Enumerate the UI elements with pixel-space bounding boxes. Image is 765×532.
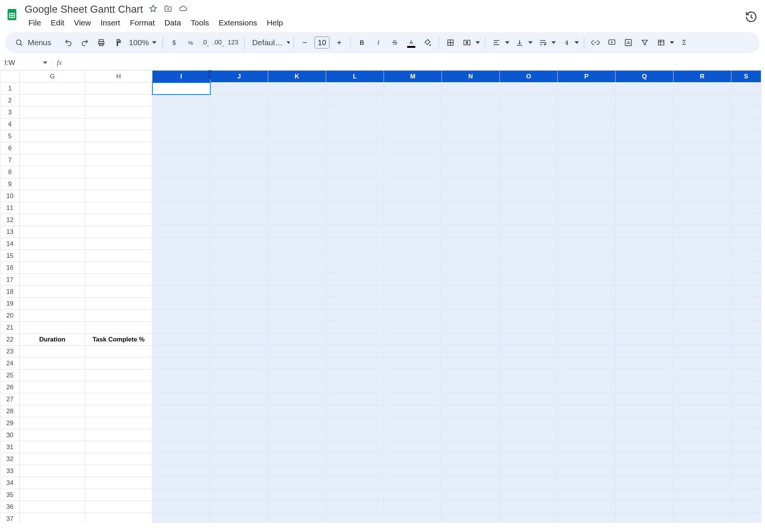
cell-P8[interactable] [558, 166, 616, 178]
cell-R36[interactable] [673, 501, 731, 513]
cell-G31[interactable] [20, 441, 85, 453]
move-icon[interactable] [164, 4, 172, 14]
cell-P26[interactable] [558, 381, 616, 393]
cell-N17[interactable] [442, 274, 500, 286]
cell-Q25[interactable] [616, 369, 673, 381]
row-header-33[interactable]: 33 [0, 465, 20, 477]
cell-S16[interactable] [731, 262, 761, 274]
cell-O30[interactable] [500, 429, 558, 441]
format-percent-button[interactable]: % [183, 35, 198, 50]
cell-M36[interactable] [384, 501, 442, 513]
horizontal-align-dropdown[interactable] [504, 35, 511, 50]
cell-M19[interactable] [384, 298, 442, 310]
row-header-2[interactable]: 2 [0, 95, 20, 106]
cell-R21[interactable] [673, 322, 731, 334]
cell-J7[interactable] [210, 154, 268, 166]
cell-I1[interactable] [152, 83, 210, 95]
cell-G32[interactable] [20, 453, 85, 465]
cell-P35[interactable] [558, 489, 616, 501]
cell-N36[interactable] [442, 501, 500, 513]
cell-I23[interactable] [152, 346, 210, 358]
cell-K34[interactable] [268, 477, 326, 489]
cell-K7[interactable] [268, 154, 326, 166]
cell-R30[interactable] [673, 429, 731, 441]
cell-S12[interactable] [731, 214, 761, 226]
cell-Q26[interactable] [616, 381, 673, 393]
borders-button[interactable] [443, 35, 458, 50]
text-rotation-dropdown[interactable] [573, 35, 580, 50]
cell-Q35[interactable] [616, 489, 673, 501]
cell-K3[interactable] [268, 106, 326, 118]
cell-J31[interactable] [210, 441, 268, 453]
column-header-L[interactable]: L [326, 71, 384, 83]
cell-R3[interactable] [673, 106, 731, 118]
cell-J24[interactable] [210, 358, 268, 369]
name-box[interactable]: I:W [0, 59, 52, 67]
cell-L19[interactable] [326, 298, 384, 310]
cell-O25[interactable] [500, 369, 558, 381]
cell-S11[interactable] [731, 202, 761, 214]
cell-N32[interactable] [442, 453, 500, 465]
cell-G35[interactable] [20, 489, 85, 501]
cell-G8[interactable] [20, 166, 85, 178]
cell-O37[interactable] [500, 513, 558, 523]
merge-cells-dropdown[interactable] [474, 35, 481, 50]
cell-H19[interactable] [85, 298, 152, 310]
cell-O8[interactable] [500, 166, 558, 178]
cell-R37[interactable] [673, 513, 731, 523]
cell-M26[interactable] [384, 381, 442, 393]
cell-M22[interactable] [384, 334, 442, 346]
cell-I8[interactable] [152, 166, 210, 178]
cell-I6[interactable] [152, 142, 210, 154]
cell-O3[interactable] [500, 106, 558, 118]
cell-G5[interactable] [20, 130, 85, 142]
cell-K32[interactable] [268, 453, 326, 465]
star-icon[interactable] [149, 4, 157, 14]
cell-O34[interactable] [500, 477, 558, 489]
row-header-17[interactable]: 17 [0, 274, 20, 286]
cell-G36[interactable] [20, 501, 85, 513]
row-header-35[interactable]: 35 [0, 489, 20, 501]
cell-G20[interactable] [20, 310, 85, 322]
cell-H12[interactable] [85, 214, 152, 226]
cell-S27[interactable] [731, 393, 761, 405]
cell-K26[interactable] [268, 381, 326, 393]
cell-R4[interactable] [673, 118, 731, 130]
column-header-P[interactable]: P [558, 71, 616, 83]
row-header-14[interactable]: 14 [0, 238, 20, 250]
row-header-26[interactable]: 26 [0, 381, 20, 393]
cell-L4[interactable] [326, 118, 384, 130]
cell-G12[interactable] [20, 214, 85, 226]
cell-G16[interactable] [20, 262, 85, 274]
cell-K2[interactable] [268, 95, 326, 106]
cell-S18[interactable] [731, 286, 761, 298]
row-header-11[interactable]: 11 [0, 202, 20, 214]
menu-file[interactable]: File [24, 17, 46, 29]
cell-S33[interactable] [731, 465, 761, 477]
cell-G6[interactable] [20, 142, 85, 154]
cell-I7[interactable] [152, 154, 210, 166]
cell-I18[interactable] [152, 286, 210, 298]
cell-K18[interactable] [268, 286, 326, 298]
cell-L7[interactable] [326, 154, 384, 166]
cell-Q16[interactable] [616, 262, 673, 274]
cell-I9[interactable] [152, 178, 210, 190]
cell-H2[interactable] [85, 95, 152, 106]
cell-S29[interactable] [731, 417, 761, 429]
cell-R14[interactable] [673, 238, 731, 250]
cell-J17[interactable] [210, 274, 268, 286]
cell-G24[interactable] [20, 358, 85, 369]
cell-L20[interactable] [326, 310, 384, 322]
cell-K23[interactable] [268, 346, 326, 358]
cell-N37[interactable] [442, 513, 500, 523]
format-more-button[interactable]: 123 [226, 35, 241, 50]
menu-tools[interactable]: Tools [186, 17, 214, 29]
cell-M24[interactable] [384, 358, 442, 369]
cell-G3[interactable] [20, 106, 85, 118]
column-header-I[interactable]: I [152, 71, 210, 83]
cell-O33[interactable] [500, 465, 558, 477]
cell-O21[interactable] [500, 322, 558, 334]
cell-N15[interactable] [442, 250, 500, 262]
menu-edit[interactable]: Edit [46, 17, 69, 29]
cell-Q9[interactable] [616, 178, 673, 190]
